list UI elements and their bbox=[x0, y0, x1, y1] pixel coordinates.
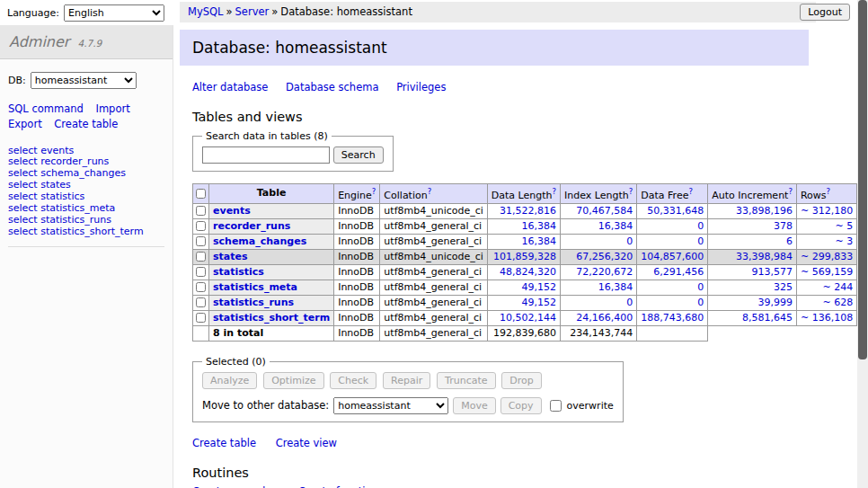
search-button[interactable]: Search bbox=[333, 146, 384, 164]
row-checkbox[interactable] bbox=[196, 267, 206, 277]
table-link[interactable]: statistics_short_term bbox=[40, 226, 143, 237]
select-link[interactable]: select bbox=[8, 202, 38, 214]
rows-count-link[interactable]: ~ 136,108 bbox=[801, 312, 853, 324]
auto-increment-link[interactable]: 39,999 bbox=[757, 297, 793, 308]
row-checkbox[interactable] bbox=[196, 236, 206, 246]
select-all-checkbox[interactable] bbox=[196, 189, 206, 199]
truncate-button[interactable]: Truncate bbox=[437, 372, 495, 389]
select-link[interactable]: select bbox=[8, 167, 38, 179]
row-checkbox[interactable] bbox=[196, 313, 206, 323]
table-name-link[interactable]: events bbox=[213, 205, 251, 217]
index-length-link[interactable]: 0 bbox=[626, 297, 633, 308]
data-length-link[interactable]: 101,859,328 bbox=[493, 251, 556, 262]
vertical-scrollbar[interactable] bbox=[857, 0, 868, 488]
copy-button[interactable]: Copy bbox=[500, 397, 542, 414]
help-icon[interactable]: ? bbox=[629, 187, 633, 196]
sidebar-link-create-table[interactable]: Create table bbox=[54, 118, 118, 130]
data-length-link[interactable]: 16,384 bbox=[522, 235, 557, 247]
table-link[interactable]: events bbox=[40, 145, 74, 156]
move-button[interactable]: Move bbox=[453, 397, 496, 414]
data-free-link[interactable]: 0 bbox=[697, 281, 704, 293]
auto-increment-link[interactable]: 33,398,984 bbox=[736, 251, 793, 262]
scrollbar-thumb[interactable] bbox=[858, 0, 867, 359]
data-length-link[interactable]: 48,824,320 bbox=[500, 266, 556, 278]
rows-count-link[interactable]: ~ 299,833 bbox=[801, 251, 853, 262]
rows-count-link[interactable]: ~ 5 bbox=[835, 220, 853, 232]
help-icon[interactable]: ? bbox=[827, 187, 831, 196]
table-name-link[interactable]: statistics_meta bbox=[213, 281, 297, 293]
create-view-link[interactable]: Create view bbox=[276, 437, 337, 449]
help-icon[interactable]: ? bbox=[372, 187, 376, 196]
help-icon[interactable]: ? bbox=[553, 187, 557, 196]
index-length-link[interactable]: 70,467,584 bbox=[576, 205, 633, 217]
select-link[interactable]: select bbox=[8, 191, 38, 202]
drop-button[interactable]: Drop bbox=[501, 372, 541, 389]
breadcrumb-link-mysql[interactable]: MySQL bbox=[188, 5, 224, 18]
data-free-link[interactable]: 6,291,456 bbox=[653, 266, 704, 278]
select-link[interactable]: select bbox=[8, 214, 38, 226]
auto-increment-link[interactable]: 378 bbox=[774, 220, 793, 232]
table-link[interactable]: statistics bbox=[40, 191, 84, 202]
index-length-link[interactable]: 24,166,400 bbox=[576, 312, 633, 324]
select-link[interactable]: select bbox=[8, 155, 38, 167]
help-icon[interactable]: ? bbox=[428, 187, 432, 196]
data-free-link[interactable]: 0 bbox=[697, 235, 704, 247]
database-schema-link[interactable]: Database schema bbox=[286, 81, 378, 93]
index-length-link[interactable]: 67,256,320 bbox=[576, 251, 633, 262]
breadcrumb-link-server[interactable]: Server bbox=[235, 5, 270, 18]
table-link[interactable]: recorder_runs bbox=[40, 155, 109, 167]
row-checkbox[interactable] bbox=[196, 252, 206, 262]
table-name-link[interactable]: schema_changes bbox=[213, 235, 306, 247]
optimize-button[interactable]: Optimize bbox=[263, 372, 323, 389]
help-icon[interactable]: ? bbox=[788, 187, 793, 196]
index-length-link[interactable]: 16,384 bbox=[598, 220, 633, 232]
rows-count-link[interactable]: ~ 628 bbox=[822, 297, 853, 308]
create-procedure-link[interactable]: Create procedure bbox=[192, 485, 282, 488]
data-length-link[interactable]: 49,152 bbox=[522, 281, 557, 293]
search-input[interactable] bbox=[202, 146, 330, 164]
table-link[interactable]: statistics_meta bbox=[40, 202, 115, 214]
table-name-link[interactable]: statistics bbox=[213, 266, 264, 278]
sidebar-link-sql-command[interactable]: SQL command bbox=[8, 102, 84, 115]
analyze-button[interactable]: Analyze bbox=[202, 372, 257, 389]
table-name-link[interactable]: statistics_short_term bbox=[213, 312, 330, 324]
privileges-link[interactable]: Privileges bbox=[396, 81, 446, 93]
help-icon[interactable]: ? bbox=[688, 187, 693, 196]
rows-count-link[interactable]: ~ 3 bbox=[835, 235, 853, 247]
index-length-link[interactable]: 16,384 bbox=[598, 281, 633, 293]
sidebar-link-import[interactable]: Import bbox=[95, 102, 129, 115]
check-button[interactable]: Check bbox=[330, 372, 376, 389]
row-checkbox[interactable] bbox=[196, 221, 206, 231]
data-free-link[interactable]: 188,743,680 bbox=[641, 312, 704, 324]
data-length-link[interactable]: 49,152 bbox=[522, 297, 557, 308]
table-link[interactable]: statistics_runs bbox=[40, 214, 111, 226]
create-table-link[interactable]: Create table bbox=[192, 437, 256, 449]
adminer-home-link[interactable]: Adminer bbox=[9, 33, 69, 50]
table-name-link[interactable]: statistics_runs bbox=[213, 297, 294, 308]
repair-button[interactable]: Repair bbox=[383, 372, 430, 389]
table-name-link[interactable]: states bbox=[213, 251, 248, 262]
overwrite-checkbox[interactable] bbox=[550, 400, 562, 412]
auto-increment-link[interactable]: 6 bbox=[786, 235, 793, 247]
table-link[interactable]: states bbox=[40, 179, 71, 191]
rows-count-link[interactable]: ~ 312,180 bbox=[801, 205, 853, 217]
data-free-link[interactable]: 50,331,648 bbox=[647, 205, 704, 217]
data-length-link[interactable]: 10,502,144 bbox=[500, 312, 556, 324]
rows-count-link[interactable]: ~ 569,159 bbox=[801, 266, 853, 278]
data-free-link[interactable]: 0 bbox=[697, 297, 704, 308]
auto-increment-link[interactable]: 913,577 bbox=[751, 266, 793, 278]
logout-button[interactable]: Logout bbox=[800, 4, 850, 21]
table-link[interactable]: schema_changes bbox=[40, 167, 126, 179]
index-length-link[interactable]: 72,220,672 bbox=[576, 266, 633, 278]
move-db-select[interactable]: homeassistant bbox=[333, 397, 448, 414]
language-select[interactable]: English bbox=[64, 4, 164, 22]
select-link[interactable]: select bbox=[8, 179, 38, 191]
data-free-link[interactable]: 104,857,600 bbox=[641, 251, 704, 262]
row-checkbox[interactable] bbox=[196, 282, 206, 292]
rows-count-link[interactable]: ~ 244 bbox=[822, 281, 853, 293]
row-checkbox[interactable] bbox=[196, 297, 206, 307]
data-free-link[interactable]: 0 bbox=[697, 220, 704, 232]
data-length-link[interactable]: 31,522,816 bbox=[500, 205, 556, 217]
auto-increment-link[interactable]: 33,898,196 bbox=[736, 205, 793, 217]
data-length-link[interactable]: 16,384 bbox=[522, 220, 557, 232]
